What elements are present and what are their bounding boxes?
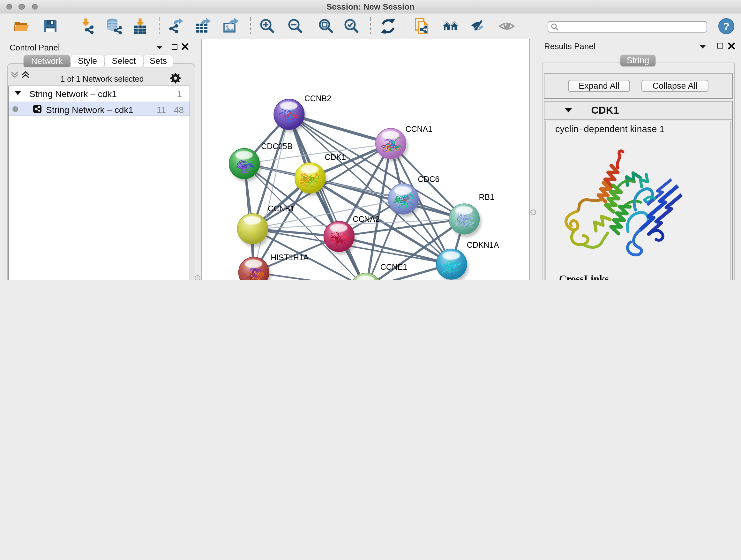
svg-text:CCNA2: CCNA2 — [352, 214, 379, 224]
svg-text:CCNE1: CCNE1 — [380, 262, 407, 271]
svg-text:RB1: RB1 — [479, 192, 494, 201]
svg-text:CDC25B: CDC25B — [261, 142, 292, 151]
svg-text:?: ? — [723, 20, 730, 32]
svg-text:HIST1H1A: HIST1H1A — [270, 253, 308, 262]
svg-text:CCNA1: CCNA1 — [405, 125, 432, 133]
svg-text:CDK1: CDK1 — [324, 152, 345, 162]
svg-text:CCNB2: CCNB2 — [304, 94, 331, 103]
svg-text:CDKN1A: CDKN1A — [467, 240, 499, 249]
svg-text:CCNB1: CCNB1 — [267, 204, 294, 213]
svg-text:CDC6: CDC6 — [417, 175, 439, 184]
